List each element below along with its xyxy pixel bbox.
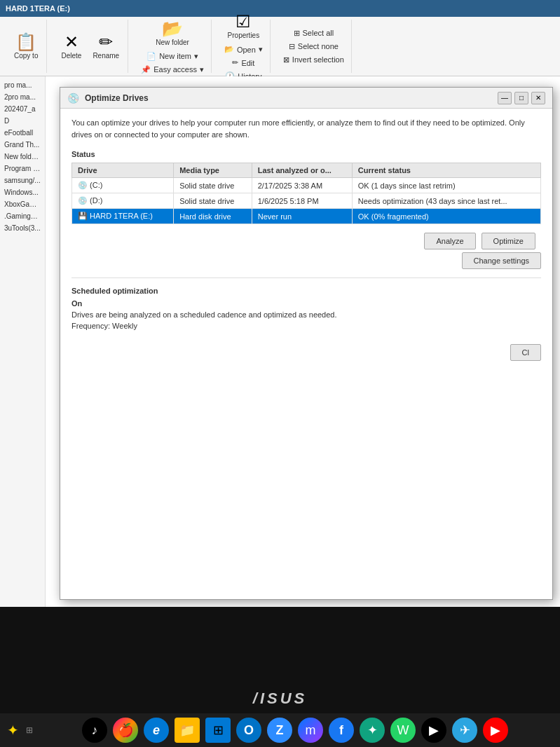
organize-group: ✕ Delete ✏ Rename [53, 20, 128, 73]
new-item-label: New item [159, 52, 191, 60]
copy-icon: 📋 [15, 34, 36, 50]
select-all-label: Select all [303, 29, 334, 37]
copy-button[interactable]: 📋 Copy to [10, 31, 42, 62]
drive-e-name: 💾 HARD 1TERA (E:) [72, 209, 174, 224]
new-item-icon: 📄 [146, 52, 156, 61]
open-icon: 📂 [224, 45, 234, 54]
youtube-icon[interactable]: ▶ [483, 718, 508, 743]
invert-selection-button[interactable]: ⊠ Invert selection [280, 54, 347, 66]
content-pane: 💿 Optimize Drives — □ ✕ You can optimize… [46, 76, 560, 607]
taskbar-left: ✦ ⊞ [7, 722, 33, 739]
sidebar-item-2[interactable]: 202407_a [0, 103, 45, 115]
scheduled-title: Scheduled optimization [71, 287, 541, 295]
play-icon[interactable]: ▶ [421, 718, 446, 743]
easy-access-icon: 📌 [141, 65, 151, 74]
properties-button[interactable]: ☑ Properties [224, 11, 264, 42]
new-folder-button[interactable]: 📂 New folder [151, 18, 193, 49]
star-icon: ✦ [7, 722, 19, 739]
close-button[interactable]: ✕ [531, 92, 545, 104]
restore-button[interactable]: □ [514, 92, 528, 104]
sidebar-item-3[interactable]: D [0, 115, 45, 127]
edit-button[interactable]: ✏ Edit [229, 57, 257, 69]
colorful-icon[interactable]: 🍎 [113, 718, 138, 743]
change-settings-button[interactable]: Change settings [462, 252, 542, 269]
drive-c-status: OK (1 days since last retrim) [352, 178, 540, 193]
drive-d-name: 💿 (D:) [72, 193, 174, 209]
optimize-button[interactable]: Optimize [482, 233, 535, 249]
sidebar-item-11[interactable]: .GamingR... [0, 210, 45, 222]
sidebar-item-6[interactable]: New folde... [0, 151, 45, 163]
edit-icon: ✏ [232, 58, 238, 67]
clipboard-group: 📋 Copy to [6, 20, 47, 73]
select-all-button[interactable]: ⊞ Select all [291, 27, 337, 39]
rename-button[interactable]: ✏ Rename [88, 31, 123, 62]
select-none-button[interactable]: ⊟ Select none [286, 41, 341, 53]
col-current-status: Current status [352, 163, 540, 178]
drive-c-name: 💿 (C:) [72, 178, 174, 193]
whatsapp-icon[interactable]: W [390, 718, 416, 743]
sidebar-item-5[interactable]: Grand Th... [0, 139, 45, 151]
sidebar-item-7[interactable]: Program f... [0, 163, 45, 174]
sidebar-item-12[interactable]: 3uTools(3... [0, 222, 45, 234]
properties-label: Properties [228, 32, 260, 39]
easy-access-button[interactable]: 📌 Easy access ▾ [138, 64, 207, 76]
dialog-title-text: Optimize Drives [85, 93, 149, 103]
file-explorer: HARD 1TERA (E:) 📋 Copy to ✕ Delete ✏ [0, 0, 560, 607]
windows-start-icon[interactable]: ⊞ [205, 718, 231, 743]
delete-button[interactable]: ✕ Delete [57, 31, 86, 62]
tiktok-icon[interactable]: ♪ [82, 718, 107, 743]
easy-access-arrow: ▾ [200, 65, 204, 74]
open-button[interactable]: 📂 Open ▾ [221, 43, 266, 55]
sidebar-item-1[interactable]: 2pro ma... [0, 91, 45, 103]
outlook-icon[interactable]: O [236, 718, 261, 743]
easy-access-label: Easy access [153, 65, 197, 74]
dialog-body: You can optimize your drives to help you… [60, 109, 552, 599]
sidebar-item-10[interactable]: XboxGam... [0, 198, 45, 210]
drive-c-analyzed: 2/17/2025 3:38 AM [252, 178, 352, 193]
drive-c-type: Solid state drive [174, 178, 252, 193]
edge-icon[interactable]: e [144, 718, 169, 743]
drive-d-status: Needs optimization (43 days since last r… [352, 193, 540, 209]
drive-row-d[interactable]: 💿 (D:) Solid state drive 1/6/2025 5:18 P… [72, 193, 541, 209]
drive-row-c[interactable]: 💿 (C:) Solid state drive 2/17/2025 3:38 … [72, 178, 541, 193]
dialog-description: You can optimize your drives to help you… [71, 117, 541, 140]
scheduled-on-status: On [71, 299, 541, 308]
chatgpt-icon[interactable]: ✦ [360, 718, 385, 743]
telegram-icon[interactable]: ✈ [452, 718, 477, 743]
minimize-button[interactable]: — [498, 92, 512, 104]
screen: HARD 1TERA (E:) 📋 Copy to ✕ Delete ✏ [0, 0, 560, 607]
taskbar: /ISUS ✦ ⊞ ♪ 🍎 e 📁 ⊞ O Z m f ✦ W ▶ ✈ ▶ [0, 607, 560, 747]
copy-label: Copy to [14, 52, 38, 60]
drive-e-type: Hard disk drive [174, 209, 252, 224]
drive-e-analyzed: Never run [252, 209, 352, 224]
dialog-actions: Analyze Optimize [71, 233, 535, 249]
col-media-type: Media type [174, 163, 252, 178]
sidebar-item-4[interactable]: eFootball [0, 127, 45, 139]
optimize-drives-icon: 💿 [67, 92, 79, 104]
new-group: 📂 New folder 📄 New item ▾ 📌 Easy access … [134, 20, 212, 73]
sidebar-item-8[interactable]: samsung/... [0, 174, 45, 186]
close-dialog-button[interactable]: Cl [510, 344, 541, 361]
taskbar-icons: ♪ 🍎 e 📁 ⊞ O Z m f ✦ W ▶ ✈ ▶ [37, 718, 553, 743]
analyze-button[interactable]: Analyze [424, 233, 475, 249]
zoom-icon[interactable]: Z [267, 718, 292, 743]
sidebar-item-0[interactable]: pro ma... [0, 79, 45, 91]
properties-icon: ☑ [235, 13, 251, 30]
taskbar-divider: ⊞ [26, 725, 33, 735]
open-arrow: ▾ [259, 45, 263, 54]
sidebar-item-9[interactable]: Windows... [0, 186, 45, 198]
dialog-title-content: 💿 Optimize Drives [67, 92, 149, 104]
select-none-label: Select none [298, 42, 339, 50]
asus-brand: /ISUS [0, 684, 560, 713]
scheduled-description: Drives are being analyzed on a scheduled… [71, 310, 541, 319]
folder-icon[interactable]: 📁 [175, 718, 200, 743]
drive-d-type: Solid state drive [174, 193, 252, 209]
facebook-icon[interactable]: f [329, 718, 354, 743]
drive-row-e[interactable]: 💾 HARD 1TERA (E:) Hard disk drive Never … [72, 209, 541, 224]
select-group: ⊞ Select all ⊟ Select none ⊠ Invert sele… [276, 20, 352, 73]
select-all-icon: ⊞ [294, 29, 300, 38]
new-item-button[interactable]: 📄 New item ▾ [144, 50, 201, 62]
delete-label: Delete [61, 52, 81, 60]
title-bar: HARD 1TERA (E:) [0, 0, 560, 17]
messenger-icon[interactable]: m [298, 718, 323, 743]
